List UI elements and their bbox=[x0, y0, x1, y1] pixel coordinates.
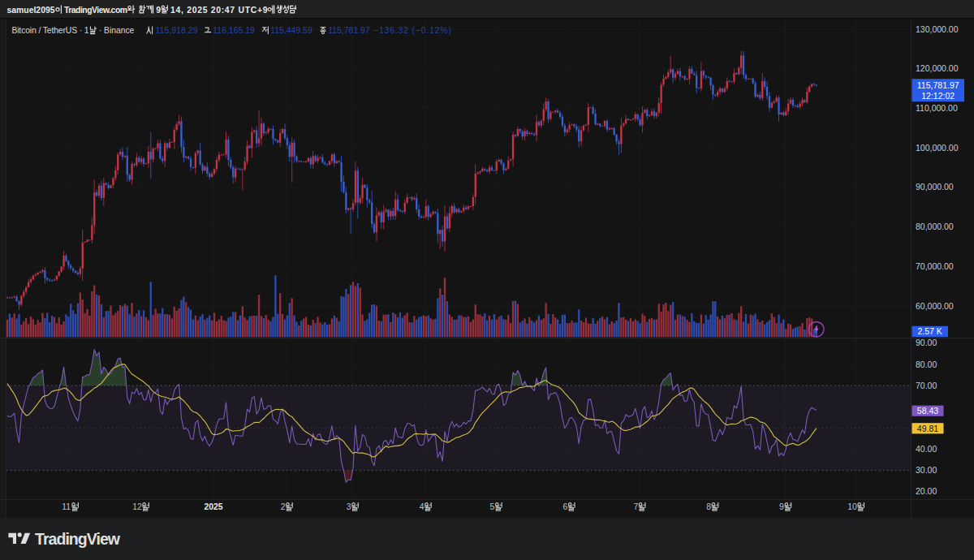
svg-text:80.00: 80.00 bbox=[916, 360, 937, 369]
svg-text:11: 11 bbox=[62, 502, 71, 511]
svg-text:TradingView: TradingView bbox=[35, 530, 121, 548]
svg-text:110,000.00: 110,000.00 bbox=[916, 103, 958, 113]
svg-text:20.00: 20.00 bbox=[916, 486, 937, 496]
svg-text:70.00: 70.00 bbox=[916, 381, 937, 390]
svg-text:49.81: 49.81 bbox=[917, 424, 938, 433]
svg-text:7: 7 bbox=[633, 502, 638, 511]
svg-text:3: 3 bbox=[347, 502, 351, 511]
svg-text:120,000.00: 120,000.00 bbox=[916, 63, 959, 73]
svg-text:9: 9 bbox=[156, 6, 161, 15]
svg-text:· Binance: · Binance bbox=[99, 26, 135, 35]
svg-text:130,000.00: 130,000.00 bbox=[916, 24, 959, 34]
svg-text:TradingView.com: TradingView.com bbox=[64, 6, 127, 15]
svg-text:5: 5 bbox=[490, 502, 495, 511]
svg-text:12: 12 bbox=[132, 502, 142, 511]
svg-text:12:12:02: 12:12:02 bbox=[921, 91, 955, 101]
svg-text:70,000.00: 70,000.00 bbox=[916, 261, 954, 271]
svg-text:samuel2095: samuel2095 bbox=[7, 6, 55, 15]
svg-text:115,918.29: 115,918.29 bbox=[156, 26, 198, 35]
svg-text:80,000.00: 80,000.00 bbox=[916, 222, 954, 231]
svg-text:115,781.97: 115,781.97 bbox=[328, 26, 370, 35]
svg-text:90,000.00: 90,000.00 bbox=[916, 182, 954, 192]
svg-text:2025: 2025 bbox=[204, 502, 222, 511]
svg-text:Bitcoin / TetherUS · 1: Bitcoin / TetherUS · 1 bbox=[11, 26, 88, 35]
svg-text:115,781.97: 115,781.97 bbox=[917, 80, 959, 90]
svg-text:4: 4 bbox=[420, 502, 425, 511]
svg-text:100,000.00: 100,000.00 bbox=[916, 143, 959, 153]
svg-text:116,165.19: 116,165.19 bbox=[213, 26, 255, 35]
svg-text:90.00: 90.00 bbox=[916, 338, 937, 347]
svg-text:14, 2025 20:47 UTC+9: 14, 2025 20:47 UTC+9 bbox=[170, 6, 268, 15]
svg-text:8: 8 bbox=[706, 502, 711, 511]
svg-text:9: 9 bbox=[779, 502, 784, 511]
svg-text:−136.32 (−0.12%): −136.32 (−0.12%) bbox=[373, 26, 451, 35]
svg-text:6: 6 bbox=[563, 502, 568, 511]
svg-text:60,000.00: 60,000.00 bbox=[916, 301, 954, 311]
svg-text:2.57 K: 2.57 K bbox=[918, 326, 942, 336]
svg-text:58.43: 58.43 bbox=[917, 406, 938, 416]
svg-text:10: 10 bbox=[847, 502, 857, 511]
svg-text:40.00: 40.00 bbox=[916, 444, 937, 454]
svg-text:2: 2 bbox=[281, 502, 286, 511]
svg-text:115,449.59: 115,449.59 bbox=[270, 26, 312, 35]
svg-text:30.00: 30.00 bbox=[916, 465, 937, 475]
